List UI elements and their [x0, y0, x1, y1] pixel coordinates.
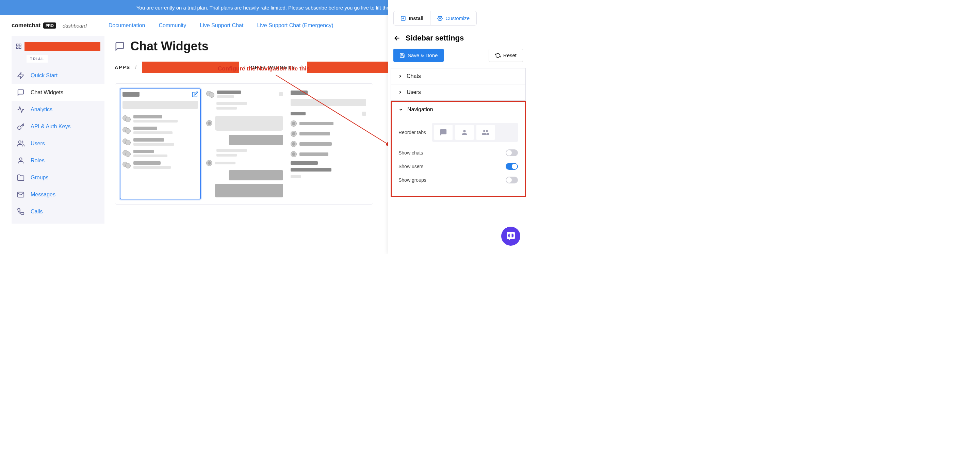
- page-title: Chat Widgets: [130, 39, 208, 53]
- reorder-tab-groups[interactable]: [476, 125, 495, 140]
- logo-dashboard: dashboard: [59, 23, 87, 29]
- sidebar-item-label: API & Auth Keys: [30, 124, 70, 130]
- list-item: [291, 141, 366, 147]
- redacted-widget: [307, 62, 391, 73]
- sidebar: TRIAL Quick Start Chat Widgets Analytics…: [11, 36, 105, 224]
- sidebar-item-label: Groups: [30, 175, 48, 181]
- svg-rect-3: [19, 47, 21, 49]
- tab-install[interactable]: Install: [394, 11, 430, 25]
- mail-icon: [17, 191, 24, 198]
- chat-bubble-icon: [440, 129, 447, 136]
- accordion-users[interactable]: Users: [391, 84, 525, 100]
- accordion-chats[interactable]: Chats: [391, 68, 525, 84]
- save-icon: [399, 53, 405, 58]
- sidebar-item-label: Calls: [30, 208, 43, 215]
- sidebar-item-analytics[interactable]: Analytics: [11, 101, 105, 118]
- person-icon: [17, 157, 24, 164]
- analytics-icon: [17, 106, 24, 113]
- list-item: [123, 127, 198, 134]
- chat-icon: [115, 41, 125, 51]
- header-link-community[interactable]: Community: [159, 22, 186, 29]
- sidebar-item-users[interactable]: Users: [11, 135, 105, 152]
- refresh-icon: [495, 53, 501, 58]
- sidebar-item-quick-start[interactable]: Quick Start: [11, 67, 105, 84]
- intercom-icon: [506, 231, 515, 241]
- annotation-text: Configure the Navigation like this: [218, 65, 310, 72]
- chevron-right-icon: [398, 90, 402, 95]
- svg-rect-1: [19, 44, 21, 46]
- list-item: [291, 121, 366, 127]
- panel-title: Sidebar settings: [406, 34, 464, 43]
- list-item: [206, 91, 283, 98]
- chat-icon: [17, 89, 24, 96]
- apps-grid-icon[interactable]: [16, 43, 22, 49]
- accordion-navigation-expanded: Navigation Reorder tabs Show chats Show …: [391, 101, 526, 197]
- list-item: [206, 160, 283, 166]
- widget-preview-list[interactable]: [288, 89, 368, 199]
- intercom-launcher[interactable]: [501, 227, 520, 246]
- panel-tabs: Install Customize: [393, 11, 477, 25]
- widget-preview-sidebar[interactable]: [120, 89, 201, 199]
- list-item: [291, 151, 366, 157]
- svg-point-6: [19, 158, 22, 160]
- sidebar-item-label: Roles: [30, 158, 45, 164]
- logo-brand: cometchat: [11, 22, 40, 29]
- users-icon: [17, 140, 24, 147]
- chevron-right-icon: [398, 74, 402, 79]
- reorder-tabs-container: [432, 123, 518, 142]
- svg-marker-4: [18, 73, 24, 79]
- sidebar-item-groups[interactable]: Groups: [11, 169, 105, 186]
- sidebar-item-label: Chat Widgets: [30, 89, 63, 95]
- sidebar-item-calls[interactable]: Calls: [11, 203, 105, 220]
- list-item: [123, 150, 198, 157]
- redacted-app-name: [24, 42, 100, 51]
- tab-customize[interactable]: Customize: [430, 11, 476, 25]
- header-link-live-support[interactable]: Live Support Chat: [200, 22, 243, 29]
- sidebar-item-chat-widgets[interactable]: Chat Widgets: [11, 84, 105, 101]
- reorder-tab-empty[interactable]: [498, 125, 516, 140]
- breadcrumb-apps[interactable]: APPS: [115, 65, 130, 70]
- logo: cometchat PRO dashboard: [11, 22, 87, 29]
- show-groups-toggle[interactable]: [506, 177, 518, 183]
- reset-button[interactable]: Reset: [488, 49, 523, 62]
- folder-icon: [17, 174, 24, 181]
- accordion: Chats Users: [391, 68, 526, 101]
- chevron-down-icon: [398, 107, 403, 112]
- sidebar-item-label: Analytics: [30, 107, 52, 113]
- show-chats-toggle[interactable]: [506, 150, 518, 156]
- sidebar-item-label: Messages: [30, 192, 56, 198]
- sidebar-item-roles[interactable]: Roles: [11, 152, 105, 169]
- header-links: Documentation Community Live Support Cha…: [108, 22, 334, 29]
- show-users-toggle[interactable]: [506, 163, 518, 170]
- sidebar-item-api-keys[interactable]: API & Auth Keys: [11, 118, 105, 135]
- sidebar-item-label: Quick Start: [30, 73, 57, 79]
- back-arrow-icon[interactable]: [393, 34, 401, 42]
- show-groups-label: Show groups: [398, 177, 426, 183]
- install-icon: [401, 16, 406, 21]
- user-icon: [461, 129, 468, 136]
- accordion-navigation[interactable]: Navigation: [392, 102, 525, 118]
- svg-rect-0: [16, 44, 18, 46]
- svg-rect-2: [16, 47, 18, 49]
- edit-icon[interactable]: [192, 91, 198, 97]
- svg-point-10: [439, 18, 441, 19]
- phone-icon: [17, 208, 24, 215]
- widget-preview-conversation[interactable]: [204, 89, 285, 199]
- list-item: [123, 161, 198, 169]
- gear-icon: [437, 16, 443, 21]
- show-chats-label: Show chats: [398, 150, 423, 156]
- trial-badge: TRIAL: [27, 56, 48, 62]
- show-users-label: Show users: [398, 164, 423, 169]
- widget-preview-card: [115, 83, 373, 205]
- placeholder: [123, 101, 198, 109]
- sidebar-item-messages[interactable]: Messages: [11, 186, 105, 203]
- reorder-tabs-label: Reorder tabs: [398, 130, 426, 135]
- reorder-tab-users[interactable]: [455, 125, 474, 140]
- list-item: [291, 130, 366, 137]
- reorder-tab-chats[interactable]: [434, 125, 453, 140]
- header-link-documentation[interactable]: Documentation: [108, 22, 145, 29]
- save-button[interactable]: Save & Done: [393, 49, 444, 62]
- header-link-live-support-emergency[interactable]: Live Support Chat (Emergency): [257, 22, 333, 29]
- svg-point-5: [19, 141, 21, 143]
- logo-pro-badge: PRO: [43, 22, 56, 29]
